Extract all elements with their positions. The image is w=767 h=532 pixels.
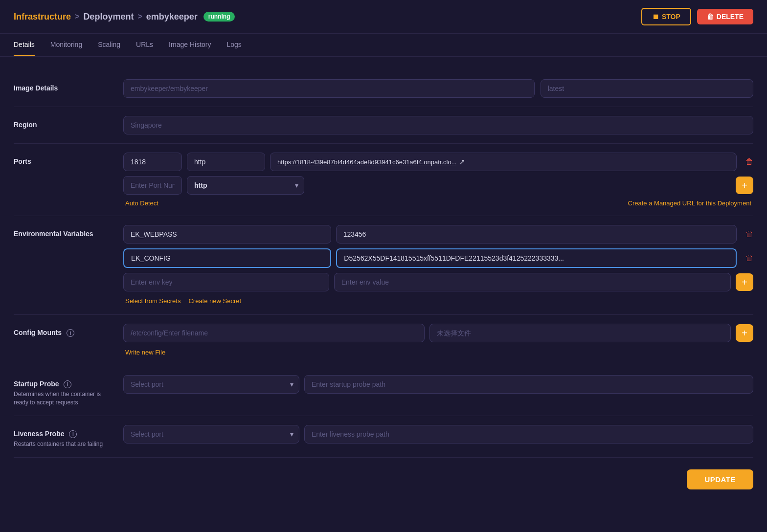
liveness-probe-info-icon: i (69, 430, 77, 438)
liveness-probe-label: Liveness Probe i Restarts containers tha… (14, 425, 112, 448)
ports-row: Ports https://1818-439e87bf4d464ade8d939… (14, 144, 753, 216)
managed-url-link[interactable]: Create a Managed URL for this Deployment (628, 200, 751, 207)
delete-env-2-icon[interactable]: 🗑 (745, 254, 753, 263)
new-port-row: http https tcp udp ▾ + (123, 176, 753, 195)
update-button-row: UPDATE (14, 458, 753, 489)
liveness-probe-select-wrapper: Select port ▾ (123, 425, 299, 443)
tab-urls[interactable]: URLs (136, 34, 153, 56)
startup-probe-description: Determines when the container is ready t… (14, 390, 112, 407)
env-key-1[interactable] (123, 225, 331, 244)
tab-logs[interactable]: Logs (226, 34, 241, 56)
external-link-icon: ↗ (459, 158, 465, 166)
stop-button[interactable]: ⏹ STOP (641, 8, 691, 25)
existing-port-protocol[interactable] (187, 153, 265, 171)
env-row-2: 🗑 (123, 248, 753, 268)
startup-probe-path-input[interactable] (304, 375, 753, 394)
env-row-new: + (123, 273, 753, 291)
env-row-1: 🗑 (123, 225, 753, 244)
stop-label: STOP (662, 13, 680, 21)
top-actions: ⏹ STOP 🗑 DELETE (641, 8, 753, 25)
stop-icon: ⏹ (652, 13, 659, 21)
new-env-value-input[interactable] (334, 273, 731, 291)
liveness-probe-port-select[interactable]: Select port (123, 425, 299, 443)
startup-probe-fields: Select port ▾ (123, 375, 753, 394)
region-row: Region (14, 107, 753, 144)
ports-label: Ports (14, 153, 112, 165)
config-mounts-row: Config Mounts i + Write new File (14, 315, 753, 366)
write-new-file-link[interactable]: Write new File (125, 349, 165, 356)
breadcrumb-deployment[interactable]: Deployment (83, 12, 134, 22)
liveness-probe-fields: Select port ▾ (123, 425, 753, 443)
delete-port-icon[interactable]: 🗑 (745, 157, 753, 166)
startup-probe-label: Startup Probe i Determines when the cont… (14, 375, 112, 407)
nav-tabs: Details Monitoring Scaling URLs Image Hi… (0, 34, 767, 57)
select-from-secrets-link[interactable]: Select from Secrets (125, 297, 180, 305)
liveness-probe-inputs: Select port ▾ (123, 425, 753, 443)
startup-probe-inputs: Select port ▾ (123, 375, 753, 394)
add-env-button[interactable]: + (736, 273, 753, 291)
config-mounts-fields: + Write new File (123, 324, 753, 357)
port-url-display: https://1818-439e87bf4d464ade8d93941c6e3… (270, 153, 737, 171)
delete-env-1-icon[interactable]: 🗑 (745, 230, 753, 239)
auto-detect-link[interactable]: Auto Detect (125, 200, 158, 207)
image-tag-input[interactable] (541, 79, 753, 98)
image-details-fields (123, 79, 753, 98)
env-vars-fields: 🗑 🗑 + Select from Secrets Create new Sec… (123, 225, 753, 306)
liveness-probe-description: Restarts containers that are failing (14, 440, 112, 448)
tab-image-history[interactable]: Image History (169, 34, 211, 56)
breadcrumb: Infrastructure > Deployment > embykeeper… (14, 12, 235, 22)
config-file-input[interactable] (429, 324, 731, 342)
liveness-probe-row: Liveness Probe i Restarts containers tha… (14, 416, 753, 458)
liveness-probe-path-input[interactable] (304, 425, 753, 443)
existing-port-number[interactable] (123, 153, 182, 171)
http-protocol-select[interactable]: http https tcp udp (187, 176, 304, 195)
region-input[interactable] (123, 116, 753, 134)
update-button[interactable]: UPDATE (687, 469, 753, 489)
status-badge: running (203, 12, 235, 22)
tab-monitoring[interactable]: Monitoring (50, 34, 82, 56)
image-name-input[interactable] (123, 79, 535, 98)
breadcrumb-infrastructure[interactable]: Infrastructure (14, 12, 71, 22)
top-bar: Infrastructure > Deployment > embykeeper… (0, 0, 767, 34)
startup-probe-select-wrapper: Select port ▾ (123, 375, 299, 394)
env-value-2[interactable] (336, 248, 737, 268)
ports-fields: https://1818-439e87bf4d464ade8d93941c6e3… (123, 153, 753, 207)
existing-port-row: https://1818-439e87bf4d464ade8d93941c6e3… (123, 153, 753, 171)
env-key-2[interactable] (123, 248, 331, 268)
startup-probe-row: Startup Probe i Determines when the cont… (14, 366, 753, 416)
delete-label: DELETE (717, 13, 744, 21)
delete-button[interactable]: 🗑 DELETE (697, 9, 753, 24)
env-vars-row: Environmental Variables 🗑 🗑 + (14, 216, 753, 315)
env-value-1[interactable] (336, 225, 737, 244)
config-row-1: + (123, 324, 753, 342)
breadcrumb-sep-1: > (75, 12, 79, 21)
image-details-label: Image Details (14, 79, 112, 92)
new-port-number-input[interactable] (123, 176, 182, 195)
tab-scaling[interactable]: Scaling (98, 34, 120, 56)
config-mounts-label: Config Mounts i (14, 324, 112, 337)
add-port-button[interactable]: + (736, 177, 753, 194)
breadcrumb-sep-2: > (137, 12, 142, 21)
startup-probe-info-icon: i (64, 380, 71, 388)
breadcrumb-app-name[interactable]: embykeeper (146, 12, 198, 22)
env-vars-label: Environmental Variables (14, 225, 112, 238)
startup-probe-port-select[interactable]: Select port (123, 375, 299, 394)
main-content: Image Details Region Ports https://1818-… (0, 57, 767, 503)
region-label: Region (14, 116, 112, 129)
port-url-link[interactable]: https://1818-439e87bf4d464ade8d93941c6e3… (277, 158, 456, 166)
create-new-secret-link[interactable]: Create new Secret (188, 297, 241, 305)
region-fields (123, 116, 753, 134)
tab-details[interactable]: Details (14, 34, 35, 56)
image-details-row: Image Details (14, 70, 753, 107)
delete-icon: 🗑 (707, 13, 714, 21)
config-filename-input[interactable] (123, 324, 425, 342)
http-select-wrapper: http https tcp udp ▾ (187, 176, 304, 195)
new-env-key-input[interactable] (123, 273, 329, 291)
config-mounts-info-icon: i (67, 329, 74, 337)
add-config-button[interactable]: + (736, 324, 753, 342)
